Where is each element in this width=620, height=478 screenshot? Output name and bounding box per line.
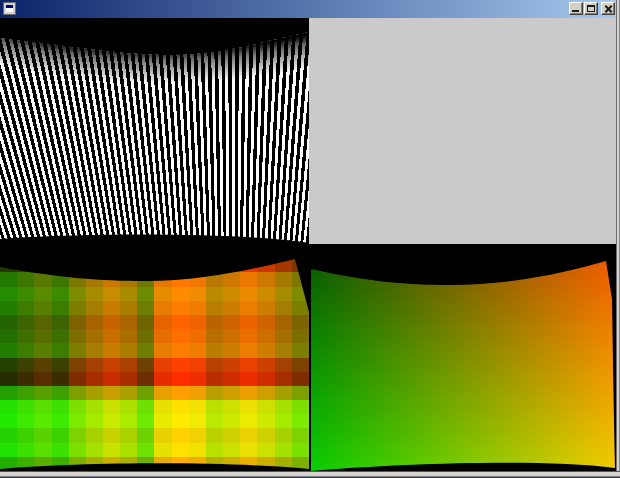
maximize-button[interactable] (584, 2, 598, 15)
window-border-bottom[interactable] (0, 471, 620, 478)
gl-canvas[interactable] (0, 18, 616, 471)
app-window (0, 0, 620, 478)
minimize-icon (572, 10, 579, 12)
application-icon[interactable] (3, 2, 16, 15)
titlebar[interactable] (0, 0, 620, 18)
plaid-surface (0, 244, 309, 471)
maximize-icon (587, 5, 595, 12)
viewport-striped (0, 18, 309, 244)
viewport-empty (309, 18, 616, 244)
window-border-right[interactable] (616, 0, 620, 478)
close-button[interactable] (601, 2, 615, 15)
viewport-gradient (309, 244, 616, 471)
minimize-button[interactable] (569, 2, 583, 15)
striped-surface (0, 18, 309, 244)
gradient-surface (309, 244, 616, 471)
window-controls (568, 2, 615, 15)
viewport-plaid (0, 244, 309, 471)
